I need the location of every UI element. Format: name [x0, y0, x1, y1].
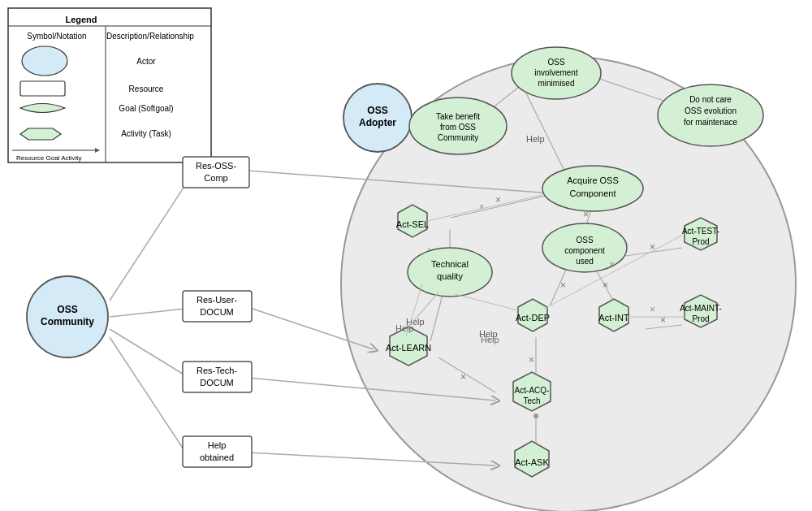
res-user-docum-label-1: Res-User-	[197, 295, 237, 305]
oss-involvement-label-1: OSS	[547, 58, 564, 67]
act-acq-tech-label-2: Tech	[523, 396, 540, 405]
legend-deptype1: Resource Goal Activity	[16, 154, 81, 162]
act-test-prod-label-2: Prod	[692, 237, 709, 246]
act-maint-prod-label-1: Act-MAINT-	[680, 304, 722, 313]
oss-involvement-label-2: involvement	[534, 68, 578, 77]
res-user-docum-label-2: DOCUM	[200, 307, 234, 317]
help-text-techqual: Help	[481, 335, 499, 344]
act-int-label: Act-INT	[598, 313, 629, 323]
act-maint-prod-label-2: Prod	[692, 314, 709, 323]
legend-actor-label: Actor	[136, 57, 156, 66]
technical-quality-label-1: Technical	[431, 259, 469, 269]
legend-goal-label: Goal (Softgoal)	[119, 104, 173, 113]
legend-col1: Symbol/Notation	[27, 32, 86, 41]
do-not-care-label-3: for maintenace	[684, 118, 738, 127]
do-not-care-node[interactable]	[658, 84, 763, 146]
x-mark-2: ×	[495, 194, 501, 206]
do-not-care-label-2: OSS evolution	[685, 106, 736, 115]
act-learn-label: Act-LEARN	[386, 343, 431, 353]
res-tech-docum-label-2: DOCUM	[200, 378, 234, 388]
legend-col2: Description/Relationship	[106, 32, 194, 41]
help-obtained-label-1: Help	[208, 440, 227, 450]
oss-component-used-label-3: used	[576, 257, 594, 266]
res-oss-comp-label-2: Comp	[204, 173, 227, 183]
act-acq-tech-label-1: Act-ACQ-	[515, 386, 550, 395]
oss-community-label-2: Community	[41, 316, 94, 327]
act-dep-label: Act-DEP	[516, 313, 550, 323]
oss-adopter-label-2: Adopter	[359, 117, 396, 128]
x-mark-5: ×	[529, 354, 534, 366]
acquire-oss-label-1: Acquire OSS	[567, 175, 619, 185]
x-mark-sel-acquire: ×	[479, 201, 484, 211]
acquire-oss-label-2: Component	[570, 188, 616, 198]
help-text-learn: Help	[395, 323, 414, 333]
act-ask-label: Act-ASK	[515, 457, 549, 467]
oss-adopter-label-1: OSS	[367, 105, 387, 116]
legend-activity-label: Activity (Task)	[121, 129, 171, 138]
junction-1	[533, 414, 538, 418]
x-mark-4: ×	[603, 279, 608, 291]
oss-component-used-label-2: component	[564, 246, 605, 255]
line-community-res-tech	[110, 329, 185, 375]
take-benefit-label-2: from OSS	[440, 123, 476, 132]
x-mark-3: ×	[560, 279, 566, 291]
x-mark-int-maint: ×	[650, 304, 655, 315]
oss-component-used-label-1: OSS	[576, 236, 593, 245]
do-not-care-label-1: Do not care	[689, 95, 732, 104]
x-mark-7: ×	[660, 314, 666, 326]
res-tech-docum-label-1: Res-Tech-	[197, 366, 237, 375]
line-community-help	[110, 337, 185, 452]
help-obtained-label-2: obtained	[200, 453, 234, 462]
line-community-res-user	[110, 309, 185, 317]
diagram-canvas: Legend Symbol/Notation Description/Relat…	[0, 0, 812, 511]
legend-resource-label: Resource	[129, 84, 164, 93]
legend-actor-symbol	[22, 46, 67, 76]
legend-activity-symbol	[20, 128, 61, 140]
act-test-prod-label-1: Act-TEST-	[682, 227, 719, 236]
help-label-1: Help	[526, 134, 545, 144]
x-mark-8: ×	[460, 371, 466, 383]
take-benefit-label-1: Take benefit	[436, 112, 480, 121]
take-benefit-label-3: Community	[438, 133, 479, 142]
line-community-res-oss	[110, 185, 185, 301]
oss-involvement-label-3: minimised	[538, 79, 574, 88]
technical-quality-label-2: quality	[437, 271, 463, 281]
legend-title: Legend	[65, 15, 97, 24]
oss-community-label-1: OSS	[57, 304, 77, 315]
legend-resource-symbol	[20, 81, 65, 96]
act-sel-label: Act-SEL	[396, 219, 429, 229]
res-oss-comp-label-1: Res-OSS-	[196, 161, 236, 171]
x-mark-dep-test: ×	[609, 259, 615, 271]
